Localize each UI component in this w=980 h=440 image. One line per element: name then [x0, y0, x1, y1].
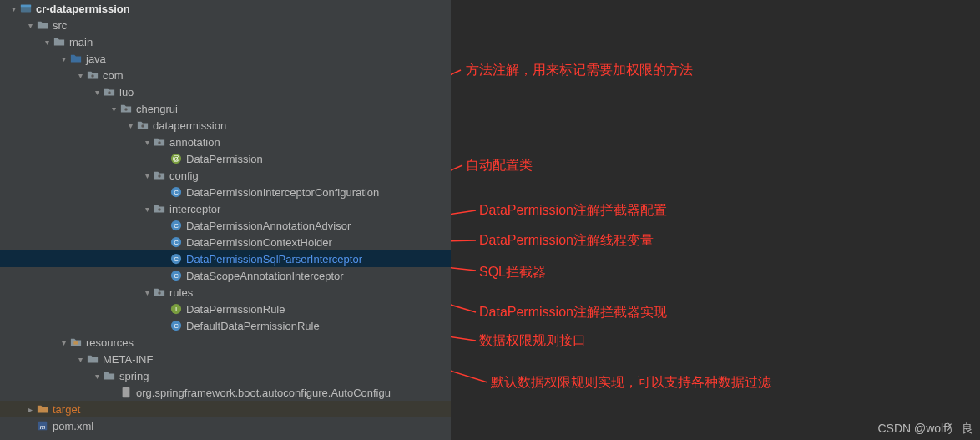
tree-node-class[interactable]: ▾ C DataScopeAnnotationInterceptor — [0, 267, 451, 284]
package-icon — [153, 169, 166, 182]
svg-rect-1 — [21, 5, 31, 8]
annotation-text: 默认数据权限规则实现，可以支持各种数据过滤 — [491, 374, 771, 392]
tree-node-class[interactable]: ▾ C DataPermissionInterceptorConfigurati… — [0, 184, 451, 200]
chevron-down-icon: ▾ — [92, 371, 102, 381]
tree-node-folder[interactable]: ▾ spring — [0, 367, 451, 384]
tree-node-annotation[interactable]: ▾ @ DataPermission — [0, 150, 451, 167]
tree-node-package[interactable]: ▾ interceptor — [0, 200, 451, 217]
tree-label: DefaultDataPermissionRule — [186, 320, 320, 332]
tree-node-file[interactable]: ▾ org.springframework.boot.autoconfigure… — [0, 384, 451, 401]
folder-icon — [103, 369, 116, 382]
svg-point-12 — [158, 208, 161, 211]
tree-node-class[interactable]: ▾ C DataPermissionAnnotationAdvisor — [0, 217, 451, 234]
tree-label: org.springframework.boot.autoconfigure.A… — [136, 387, 391, 399]
svg-text:m: m — [40, 423, 46, 431]
tree-node-package[interactable]: ▾ luo — [0, 83, 451, 100]
tree-node-package[interactable]: ▾ rules — [0, 284, 451, 301]
svg-text:C: C — [174, 239, 179, 246]
tree-node-folder[interactable]: ▾ META-INF — [0, 351, 451, 367]
tree-node-resources-folder[interactable]: ▾ resources — [0, 334, 451, 351]
tree-node-package[interactable]: ▾ config — [0, 167, 451, 184]
module-icon — [19, 2, 33, 15]
tree-node-class[interactable]: ▾ C DefaultDataPermissionRule — [0, 317, 451, 334]
tree-label: annotation — [169, 136, 220, 149]
editor-panel: 方法注解，用来标记需要加权限的方法 自动配置类 DataPermission注解… — [451, 0, 980, 440]
tree-node-maven-file[interactable]: ▾ m pom.xml — [0, 417, 451, 434]
excluded-folder-icon — [36, 402, 49, 416]
chevron-down-icon: ▾ — [142, 137, 152, 147]
annotation-text: DataPermission注解拦截器实现 — [479, 304, 667, 321]
tree-label: luo — [119, 86, 134, 99]
chevron-down-icon: ▾ — [125, 120, 135, 130]
class-icon: C — [169, 219, 183, 232]
class-icon: C — [169, 269, 183, 282]
svg-line-31 — [451, 70, 461, 160]
tree-node-folder[interactable]: ▾ main — [0, 33, 451, 50]
chevron-down-icon: ▾ — [142, 204, 152, 214]
svg-text:C: C — [174, 272, 179, 280]
tree-label: DataPermission — [186, 153, 263, 165]
chevron-down-icon: ▾ — [92, 87, 102, 97]
class-icon: C — [169, 235, 183, 249]
tree-label: DataPermissionSqlParserInterceptor — [186, 253, 362, 266]
svg-line-36 — [451, 279, 476, 312]
tree-label: DataPermissionRule — [186, 303, 285, 316]
chevron-down-icon: ▾ — [25, 20, 35, 30]
tree-node-package[interactable]: ▾ com — [0, 67, 451, 83]
tree-node-interface[interactable]: ▾ I DataPermissionRule — [0, 301, 451, 317]
tree-node-package[interactable]: ▾ annotation — [0, 134, 451, 150]
svg-line-34 — [451, 240, 476, 244]
resources-folder-icon — [69, 336, 83, 349]
svg-line-32 — [451, 165, 462, 194]
svg-point-5 — [141, 124, 144, 128]
tree-label: datapermission — [153, 119, 226, 132]
chevron-down-icon: ▾ — [142, 287, 152, 297]
package-icon — [103, 85, 116, 99]
folder-icon — [36, 18, 49, 32]
project-tree[interactable]: ▾ cr-datapermission ▾ src ▾ main ▾ java … — [0, 0, 451, 440]
tree-label: spring — [119, 370, 149, 382]
chevron-down-icon: ▾ — [142, 170, 152, 180]
svg-point-6 — [158, 141, 161, 144]
tree-node-class[interactable]: ▾ C DataPermissionContextHolder — [0, 234, 451, 250]
svg-point-9 — [158, 174, 161, 178]
svg-text:@: @ — [173, 154, 180, 163]
tree-node-folder[interactable]: ▾ src — [0, 17, 451, 33]
package-icon — [86, 68, 99, 82]
tree-label: DataPermissionContextHolder — [186, 236, 332, 249]
annotation-text: 数据权限规则接口 — [479, 332, 586, 350]
svg-line-33 — [451, 210, 476, 228]
annotation-text: DataPermission注解拦截器配置 — [479, 202, 667, 220]
chevron-down-icon: ▾ — [8, 3, 18, 13]
tree-label: cr-datapermission — [36, 3, 130, 15]
class-icon: C — [169, 319, 183, 332]
watermark-text: CSDN @wolf犭 良 — [877, 422, 973, 437]
annotation-text: SQL拦截器 — [479, 264, 546, 281]
tree-label: pom.xml — [53, 420, 93, 432]
package-icon — [119, 102, 133, 115]
annotation-icon: @ — [169, 152, 183, 165]
class-icon: C — [169, 185, 183, 199]
tree-label: META-INF — [103, 353, 153, 366]
tree-node-module[interactable]: ▾ cr-datapermission — [0, 0, 451, 17]
tree-label: target — [53, 403, 80, 416]
svg-text:C: C — [174, 322, 179, 330]
chevron-down-icon: ▾ — [75, 354, 85, 364]
tree-node-class-selected[interactable]: ▾ C DataPermissionSqlParserInterceptor — [0, 250, 451, 267]
tree-node-package[interactable]: ▾ datapermission — [0, 117, 451, 134]
maven-icon: m — [36, 419, 49, 432]
chevron-down-icon: ▾ — [109, 104, 119, 114]
tree-node-target-folder[interactable]: ▸ target — [0, 401, 451, 417]
tree-node-package[interactable]: ▾ chengrui — [0, 100, 451, 117]
tree-label: config — [169, 169, 199, 182]
svg-point-21 — [158, 291, 161, 295]
svg-text:C: C — [174, 222, 179, 230]
chevron-right-icon: ▸ — [25, 404, 35, 414]
tree-label: DataScopeAnnotationInterceptor — [186, 270, 344, 282]
tree-node-source-folder[interactable]: ▾ java — [0, 50, 451, 67]
package-icon — [153, 286, 166, 299]
tree-label: java — [86, 53, 106, 65]
svg-line-37 — [451, 312, 476, 341]
folder-icon — [86, 352, 99, 366]
svg-text:C: C — [174, 189, 179, 196]
